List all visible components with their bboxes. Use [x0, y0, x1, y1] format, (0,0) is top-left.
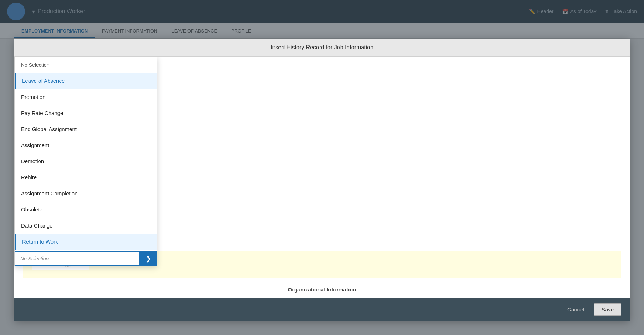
dropdown-item-pay-rate-change[interactable]: Pay Rate Change	[15, 105, 157, 121]
modal: Insert History Record for Job Informatio…	[14, 39, 630, 321]
dropdown-item-assignment[interactable]: Assignment	[15, 137, 157, 153]
cancel-button[interactable]: Cancel	[562, 304, 590, 315]
dropdown-item-obsolete[interactable]: Obsolete	[15, 201, 157, 218]
dropdown-select-row: No Selection ❯	[15, 251, 157, 266]
dropdown-item-promotion[interactable]: Promotion	[15, 89, 157, 105]
dropdown-item-end-global-assignment[interactable]: End Global Assignment	[15, 121, 157, 137]
dropdown-select-input[interactable]: No Selection	[15, 251, 140, 266]
dropdown-container: No SelectionLeave of AbsencePromotionPay…	[14, 57, 157, 266]
dropdown-item-data-change[interactable]: Data Change	[15, 218, 157, 234]
org-info-label: Organizational Information	[14, 286, 630, 298]
save-button[interactable]: Save	[594, 303, 621, 316]
dropdown-item-demotion[interactable]: Demotion	[15, 153, 157, 169]
dropdown-chevron-button[interactable]: ❯	[140, 251, 157, 266]
dropdown-item-leave-of-absence[interactable]: Leave of Absence	[15, 73, 157, 89]
modal-title: Insert History Record for Job Informatio…	[271, 44, 373, 50]
dropdown-item-rehire[interactable]: Rehire	[15, 169, 157, 185]
dropdown-item-assignment-completion[interactable]: Assignment Completion	[15, 185, 157, 201]
dropdown-item-no-selection[interactable]: No Selection	[15, 57, 157, 73]
dropdown-item-return-to-work[interactable]: Return to Work	[15, 234, 157, 250]
modal-footer: Cancel Save	[14, 298, 630, 321]
modal-body: No SelectionLeave of AbsencePromotionPay…	[14, 57, 630, 286]
modal-header: Insert History Record for Job Informatio…	[14, 39, 630, 57]
